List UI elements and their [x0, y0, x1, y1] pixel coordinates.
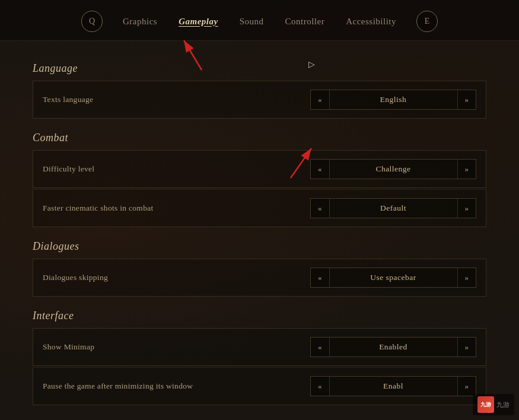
section-header-interface: Interface: [33, 310, 486, 322]
cinematic-value: Default: [330, 199, 457, 218]
texts-language-prev[interactable]: «: [311, 90, 330, 109]
settings-content: Language Texts language « English » Comb…: [0, 41, 519, 419]
texts-language-next[interactable]: »: [457, 90, 476, 109]
dialogues-skip-value: Use spacebar: [330, 268, 457, 287]
cinematic-prev[interactable]: «: [311, 199, 330, 218]
minimap-selector[interactable]: « Enabled »: [310, 337, 476, 357]
watermark-logo: 九游: [477, 396, 494, 413]
tab-gameplay[interactable]: Gameplay: [177, 14, 219, 29]
difficulty-label: Difficulty level: [43, 164, 94, 174]
dialogues-skip-selector[interactable]: « Use spacebar »: [310, 268, 476, 288]
dialogues-skip-label: Dialogues skipping: [43, 273, 108, 282]
tab-accessibility[interactable]: Accessibility: [345, 14, 397, 29]
tab-graphics[interactable]: Graphics: [122, 14, 158, 29]
difficulty-value: Challenge: [330, 160, 457, 179]
cinematic-label: Faster cinematic shots in combat: [43, 203, 154, 213]
minimap-value: Enabled: [330, 338, 457, 357]
setting-row-difficulty: Difficulty level « Challenge »: [33, 150, 486, 188]
nav-right-button[interactable]: E: [416, 11, 438, 32]
watermark: 九游 九游: [473, 394, 514, 415]
setting-row-pause-minimize: Pause the game after minimizing its wind…: [33, 367, 486, 405]
setting-row-texts-language: Texts language « English »: [33, 81, 486, 119]
texts-language-value: English: [330, 90, 457, 109]
difficulty-next[interactable]: »: [457, 160, 476, 179]
cinematic-next[interactable]: »: [457, 199, 476, 218]
pause-minimize-next[interactable]: »: [457, 377, 476, 396]
tab-controller[interactable]: Controller: [284, 14, 326, 29]
setting-row-minimap: Show Minimap « Enabled »: [33, 328, 486, 366]
minimap-next[interactable]: »: [457, 338, 476, 357]
section-header-dialogues: Dialogues: [33, 240, 486, 253]
nav-bar: Q Graphics Gameplay Sound Controller Acc…: [0, 0, 519, 41]
nav-left-button[interactable]: Q: [81, 11, 103, 32]
texts-language-selector[interactable]: « English »: [310, 90, 476, 110]
minimap-prev[interactable]: «: [311, 338, 330, 357]
pause-minimize-prev[interactable]: «: [311, 377, 330, 396]
pause-minimize-label: Pause the game after minimizing its wind…: [43, 381, 193, 391]
e-icon: E: [425, 17, 430, 26]
cinematic-selector[interactable]: « Default »: [310, 198, 476, 218]
pause-minimize-selector[interactable]: « Enabl »: [310, 376, 476, 396]
section-header-language: Language: [33, 62, 486, 75]
dialogues-skip-next[interactable]: »: [457, 268, 476, 287]
difficulty-prev[interactable]: «: [311, 160, 330, 179]
pause-minimize-value: Enabl: [330, 377, 457, 396]
setting-row-cinematic: Faster cinematic shots in combat « Defau…: [33, 189, 486, 227]
setting-row-dialogues-skip: Dialogues skipping « Use spacebar »: [33, 259, 486, 297]
section-header-combat: Combat: [33, 132, 486, 144]
page-wrapper: Q Graphics Gameplay Sound Controller Acc…: [0, 0, 519, 420]
watermark-text: 九游: [496, 400, 510, 409]
tab-sound[interactable]: Sound: [238, 14, 265, 29]
q-icon: Q: [89, 17, 95, 26]
dialogues-skip-prev[interactable]: «: [311, 268, 330, 287]
difficulty-selector[interactable]: « Challenge »: [310, 159, 476, 179]
texts-language-label: Texts language: [43, 95, 93, 104]
minimap-label: Show Minimap: [43, 342, 94, 352]
